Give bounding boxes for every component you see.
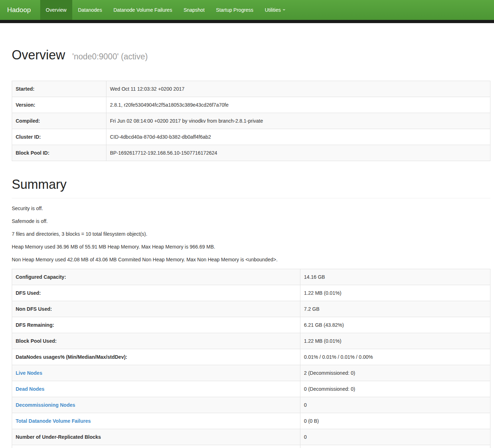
- security-status-text: Security is off.: [12, 205, 490, 212]
- table-row: Number of Under-Replicated Blocks 0: [12, 429, 490, 445]
- nav-tab-startup-progress[interactable]: Startup Progress: [210, 0, 259, 20]
- table-row: Number of Blocks Pending Deletion 0: [12, 445, 490, 448]
- table-row: Non DFS Used: 7.2 GB: [12, 301, 490, 317]
- live-nodes-link[interactable]: Live Nodes: [16, 370, 42, 376]
- utilities-label: Utilities: [265, 7, 281, 13]
- page-title: Overview 'node0:9000' (active): [12, 48, 490, 64]
- info-value-compiled: Fri Jun 02 08:14:00 +0200 2017 by vinodk…: [106, 113, 490, 129]
- summary-label-under-replicated: Number of Under-Replicated Blocks: [12, 429, 300, 445]
- table-row: Configured Capacity: 14.16 GB: [12, 269, 490, 285]
- nav-dropdown-utilities[interactable]: Utilities: [259, 0, 291, 20]
- overview-info-table: Started: Wed Oct 11 12:03:32 +0200 2017 …: [12, 81, 490, 161]
- summary-value-dfs-used: 1.22 MB (0.01%): [300, 285, 490, 301]
- table-row: Block Pool ID: BP-1692617712-192.168.56.…: [12, 145, 490, 161]
- nav-menu: Overview Datanodes Datanode Volume Failu…: [40, 0, 291, 20]
- summary-value-configured-capacity: 14.16 GB: [300, 269, 490, 285]
- divider: [12, 198, 490, 198]
- info-value-started: Wed Oct 11 12:03:32 +0200 2017: [106, 81, 490, 97]
- summary-label-configured-capacity: Configured Capacity:: [12, 269, 300, 285]
- nav-tab-snapshot[interactable]: Snapshot: [178, 0, 210, 20]
- summary-value-dead-nodes: 0 (Decommissioned: 0): [300, 381, 490, 397]
- summary-value-under-replicated: 0: [300, 429, 490, 445]
- chevron-down-icon: [283, 9, 285, 11]
- table-row: Live Nodes 2 (Decommissioned: 0): [12, 365, 490, 381]
- dead-nodes-link[interactable]: Dead Nodes: [16, 386, 44, 392]
- summary-heading: Summary: [12, 177, 490, 192]
- nav-tab-datanodes[interactable]: Datanodes: [72, 0, 108, 20]
- volume-failures-link[interactable]: Total Datanode Volume Failures: [16, 418, 91, 424]
- info-label-cluster-id: Cluster ID:: [12, 129, 106, 145]
- table-row: Version: 2.8.1, r20fe5304904fc2f5a18053c…: [12, 97, 490, 113]
- summary-label-datanode-usages: DataNodes usages% (Min/Median/Max/stdDev…: [12, 349, 300, 365]
- summary-value-live-nodes: 2 (Decommissioned: 0): [300, 365, 490, 381]
- table-row: Started: Wed Oct 11 12:03:32 +0200 2017: [12, 81, 490, 97]
- nav-tab-overview[interactable]: Overview: [40, 0, 72, 20]
- summary-label-non-dfs-used: Non DFS Used:: [12, 301, 300, 317]
- summary-label-dfs-used: DFS Used:: [12, 285, 300, 301]
- table-row: Total Datanode Volume Failures 0 (0 B): [12, 413, 490, 429]
- summary-value-datanode-usages: 0.01% / 0.01% / 0.01% / 0.00%: [300, 349, 490, 365]
- navbar-bottom-strip: [0, 20, 494, 23]
- table-row: Compiled: Fri Jun 02 08:14:00 +0200 2017…: [12, 113, 490, 129]
- info-value-version: 2.8.1, r20fe5304904fc2f5a18053c389e43cd2…: [106, 97, 490, 113]
- info-label-version: Version:: [12, 97, 106, 113]
- heap-memory-text: Heap Memory used 36.96 MB of 55.91 MB He…: [12, 243, 490, 250]
- table-row: Dead Nodes 0 (Decommissioned: 0): [12, 381, 490, 397]
- summary-value-volume-failures: 0 (0 B): [300, 413, 490, 429]
- safemode-status-text: Safemode is off.: [12, 218, 490, 225]
- top-navbar: Hadoop Overview Datanodes Datanode Volum…: [0, 0, 494, 20]
- info-label-compiled: Compiled:: [12, 113, 106, 129]
- nav-tab-datanode-volume-failures[interactable]: Datanode Volume Failures: [108, 0, 178, 20]
- table-row: DFS Used: 1.22 MB (0.01%): [12, 285, 490, 301]
- page-title-text: Overview: [12, 48, 65, 62]
- table-row: Cluster ID: CID-4dbcd40a-870d-4d30-b382-…: [12, 129, 490, 145]
- info-label-block-pool-id: Block Pool ID:: [12, 145, 106, 161]
- summary-label-dfs-remaining: DFS Remaining:: [12, 317, 300, 333]
- info-label-started: Started:: [12, 81, 106, 97]
- summary-table: Configured Capacity: 14.16 GB DFS Used: …: [12, 269, 490, 448]
- table-row: Decommissioning Nodes 0: [12, 397, 490, 413]
- non-heap-memory-text: Non Heap Memory used 42.08 MB of 43.06 M…: [12, 256, 490, 263]
- page-subtitle: 'node0:9000' (active): [72, 52, 148, 61]
- table-row: Block Pool Used: 1.22 MB (0.01%): [12, 333, 490, 349]
- page-content: Overview 'node0:9000' (active) Started: …: [0, 48, 494, 448]
- summary-value-dfs-remaining: 6.21 GB (43.82%): [300, 317, 490, 333]
- hadoop-brand: Hadoop: [0, 0, 37, 20]
- summary-value-block-pool-used: 1.22 MB (0.01%): [300, 333, 490, 349]
- summary-value-pending-deletion: 0: [300, 445, 490, 448]
- table-row: DataNodes usages% (Min/Median/Max/stdDev…: [12, 349, 490, 365]
- summary-label-pending-deletion: Number of Blocks Pending Deletion: [12, 445, 300, 448]
- summary-label-block-pool-used: Block Pool Used:: [12, 333, 300, 349]
- info-value-cluster-id: CID-4dbcd40a-870d-4d30-b382-db0aff4f6ab2: [106, 129, 490, 145]
- summary-value-non-dfs-used: 7.2 GB: [300, 301, 490, 317]
- table-row: DFS Remaining: 6.21 GB (43.82%): [12, 317, 490, 333]
- info-value-block-pool-id: BP-1692617712-192.168.56.10-150771617262…: [106, 145, 490, 161]
- filesystem-objects-text: 7 files and directories, 3 blocks = 10 t…: [12, 230, 490, 238]
- summary-value-decommissioning-nodes: 0: [300, 397, 490, 413]
- decommissioning-nodes-link[interactable]: Decommissioning Nodes: [16, 402, 75, 408]
